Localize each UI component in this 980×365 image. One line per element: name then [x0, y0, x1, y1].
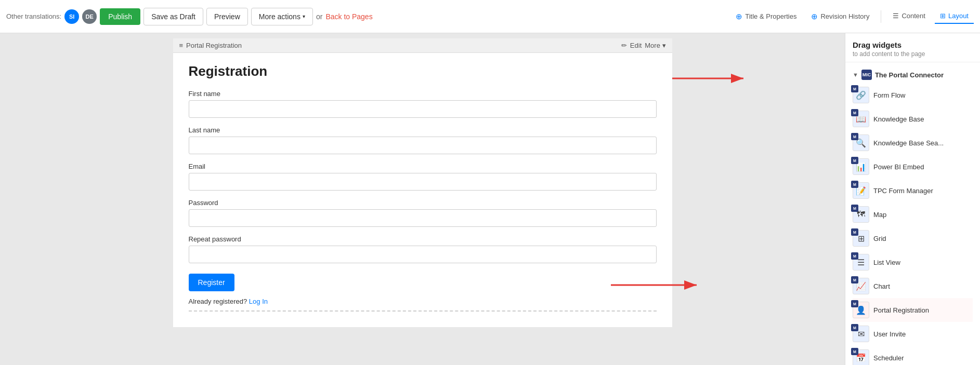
publish-button[interactable]: Publish	[100, 8, 140, 25]
widget-label-6: Grid	[873, 235, 886, 242]
history-icon: ⊕	[811, 12, 818, 21]
widget-icon-5: M 🗺	[853, 206, 869, 223]
edit-link[interactable]: Edit	[630, 42, 642, 49]
form-title: Registration	[189, 63, 657, 79]
widget-item[interactable]: M 📈 Chart	[853, 274, 973, 298]
registration-form: Registration First name Last name Email …	[173, 53, 672, 327]
more-chevron-icon: ▾	[662, 42, 666, 49]
input-password[interactable]	[189, 209, 657, 227]
input-repeat-password[interactable]	[189, 246, 657, 263]
input-lastname[interactable]	[189, 137, 657, 154]
section-title: Portal Registration	[186, 42, 242, 49]
hamburger-icon: ≡	[179, 42, 184, 49]
form-group-password: Password	[189, 199, 657, 227]
pencil-icon: ✏	[621, 42, 627, 49]
avatar-de[interactable]: DE	[82, 9, 97, 24]
input-email[interactable]	[189, 173, 657, 191]
widget-icon-7: M ☰	[853, 254, 869, 271]
section-block: ≡ Portal Registration ✏ Edit More ▾ Regi…	[173, 38, 672, 327]
widget-icon-10: M ✉	[853, 326, 869, 342]
title-properties-button[interactable]: ⊕ Title & Properties	[730, 9, 802, 24]
widget-icon-11: M 📅	[853, 349, 869, 365]
widget-icon-0: M 🔗	[853, 87, 869, 103]
avatar-si[interactable]: SI	[64, 9, 79, 24]
widget-item[interactable]: M 🔍 Knowledge Base Sea...	[853, 131, 973, 155]
tpc-badge-5: M	[851, 205, 858, 212]
tab-layout[interactable]: ⊞ Layout	[935, 9, 974, 24]
tpc-badge-2: M	[851, 133, 858, 140]
label-firstname: First name	[189, 90, 657, 98]
widget-item[interactable]: M 📖 Knowledge Base	[853, 107, 973, 131]
tpc-badge-3: M	[851, 157, 858, 164]
tpc-badge-8: M	[851, 276, 858, 283]
tab-content[interactable]: ☰ Content	[887, 9, 931, 24]
widget-list: M 🔗 Form Flow M 📖 Knowledge Base M 🔍 Kno…	[853, 83, 973, 365]
form-group-repeat-password: Repeat password	[189, 235, 657, 263]
widget-item[interactable]: M 📊 Power BI Embed	[853, 155, 973, 179]
annotation-arrow-header	[668, 71, 751, 88]
main-area: ≡ Portal Registration ✏ Edit More ▾ Regi…	[0, 33, 980, 365]
sidebar-collapse-handle[interactable]: ‹	[845, 189, 845, 210]
widget-icon-2: M 🔍	[853, 134, 869, 151]
widget-icon-6: M ⊞	[853, 230, 869, 247]
widget-label-4: TPC Form Manager	[873, 187, 933, 195]
revision-history-button[interactable]: ⊕ Revision History	[806, 9, 874, 24]
widget-label-7: List View	[873, 259, 900, 266]
sidebar-drag-header: Drag widgets to add content to the page	[845, 33, 980, 62]
tpc-badge-0: M	[851, 85, 858, 92]
or-text: or	[316, 12, 322, 21]
input-firstname[interactable]	[189, 100, 657, 118]
widget-icon-1: M 📖	[853, 111, 869, 127]
widget-item[interactable]: M 👤 Portal Registration	[853, 298, 973, 322]
widget-label-8: Chart	[873, 282, 890, 290]
login-link[interactable]: Log In	[249, 298, 268, 305]
widget-icon-4: M 📝	[853, 182, 869, 199]
widget-label-9: Portal Registration	[873, 306, 929, 314]
widget-item[interactable]: M 📝 TPC Form Manager	[853, 179, 973, 202]
widget-icon-3: M 📊	[853, 158, 869, 175]
plus-circle-icon: ⊕	[736, 12, 742, 21]
widget-item[interactable]: M ✉ User Invite	[853, 322, 973, 346]
widget-item[interactable]: M ⊞ Grid	[853, 226, 973, 250]
more-link[interactable]: More ▾	[645, 42, 665, 49]
tpc-section-header[interactable]: ▼ MIC The Portal Connector	[853, 66, 973, 83]
top-bar-right: ⊕ Title & Properties ⊕ Revision History …	[730, 9, 974, 24]
section-header-actions: ✏ Edit More ▾	[621, 42, 666, 49]
preview-button[interactable]: Preview	[206, 8, 248, 25]
register-button[interactable]: Register	[189, 274, 234, 291]
section-header: ≡ Portal Registration ✏ Edit More ▾	[173, 38, 672, 53]
more-actions-button[interactable]: More actions ▾	[251, 8, 313, 25]
widget-label-0: Form Flow	[873, 91, 905, 99]
tpc-logo: MIC	[861, 70, 872, 80]
tpc-badge-10: M	[851, 324, 858, 331]
widget-label-11: Scheduler	[873, 354, 904, 362]
drag-widgets-title: Drag widgets	[853, 40, 973, 49]
right-sidebar: ‹ Drag widgets to add content to the pag…	[845, 33, 980, 365]
tab-divider	[881, 10, 881, 23]
already-registered-text: Already registered? Log In	[189, 298, 657, 305]
widget-label-10: User Invite	[873, 330, 906, 338]
top-bar: Other translations: SI DE Publish Save a…	[0, 0, 980, 33]
page-editor[interactable]: ≡ Portal Registration ✏ Edit More ▾ Regi…	[0, 33, 845, 365]
top-bar-left: Other translations: SI DE Publish Save a…	[6, 8, 727, 25]
widget-item[interactable]: M ☰ List View	[853, 250, 973, 274]
section-chevron-icon: ▼	[853, 72, 858, 78]
tpc-badge-11: M	[851, 348, 858, 355]
form-group-firstname: First name	[189, 90, 657, 118]
tpc-badge-6: M	[851, 228, 858, 236]
widget-item[interactable]: M 🗺 Map	[853, 202, 973, 226]
tpc-section-label: The Portal Connector	[875, 71, 944, 79]
widget-label-3: Power BI Embed	[873, 163, 924, 171]
tpc-badge-1: M	[851, 109, 858, 116]
form-group-lastname: Last name	[189, 126, 657, 154]
widget-icon-8: M 📈	[853, 278, 869, 294]
label-lastname: Last name	[189, 126, 657, 134]
drag-widgets-subtitle: to add content to the page	[853, 50, 973, 58]
back-to-pages-link[interactable]: Back to Pages	[325, 12, 372, 21]
widget-item[interactable]: M 📅 Scheduler	[853, 346, 973, 365]
tpc-badge-4: M	[851, 181, 858, 188]
save-draft-button[interactable]: Save as Draft	[143, 8, 203, 25]
widget-label-1: Knowledge Base	[873, 115, 924, 123]
widget-item[interactable]: M 🔗 Form Flow	[853, 83, 973, 107]
form-bottom-border	[189, 310, 657, 312]
